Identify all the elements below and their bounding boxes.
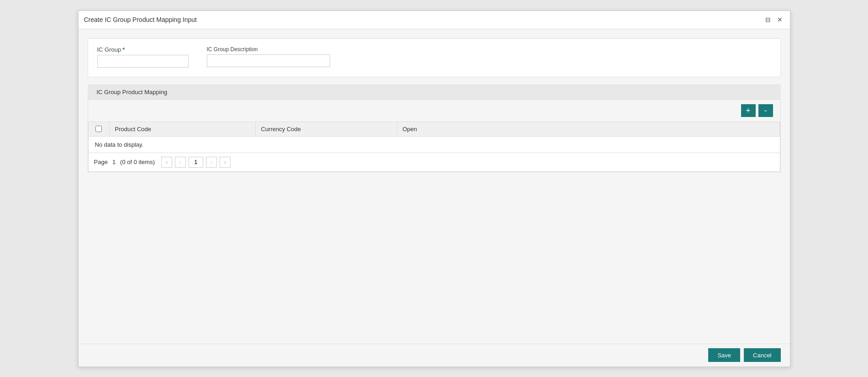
pagination-last-button[interactable]: » <box>220 157 231 168</box>
dialog-title: Create IC Group Product Mapping Input <box>84 16 197 23</box>
col-header-open: Open <box>397 122 780 136</box>
ic-group-label: IC Group * <box>97 46 189 53</box>
required-star: * <box>122 46 125 53</box>
form-row: IC Group * IC Group Description <box>97 46 771 68</box>
pagination-next-button[interactable]: › <box>206 157 217 168</box>
grid-container: Product Code Currency Code Open No data … <box>88 122 780 172</box>
pagination-page-label: Page <box>94 159 108 165</box>
form-section: IC Group * IC Group Description <box>88 38 781 77</box>
ic-group-desc-label: IC Group Description <box>207 46 330 53</box>
section-title: IC Group Product Mapping <box>97 89 168 96</box>
pagination-current-page-display: 1 <box>112 159 116 165</box>
mapping-section: + - Product Code Currency Code Open No d… <box>88 100 781 172</box>
col-header-product-code: Product Code <box>110 122 256 136</box>
ic-group-input[interactable] <box>97 55 189 68</box>
remove-row-button[interactable]: - <box>758 104 773 117</box>
mapping-toolbar: + - <box>88 100 780 122</box>
dialog-titlebar: Create IC Group Product Mapping Input ⊟ … <box>79 11 790 29</box>
header-checkbox-cell <box>89 122 110 136</box>
pagination-bar: Page 1 (0 of 0 items) « ‹ › » <box>89 153 780 171</box>
cancel-button[interactable]: Cancel <box>744 348 780 362</box>
pagination-items-info: (0 of 0 items) <box>120 159 155 165</box>
close-button[interactable]: ✕ <box>775 16 784 24</box>
select-all-checkbox[interactable] <box>95 126 102 132</box>
titlebar-controls: ⊟ ✕ <box>763 16 784 24</box>
save-button[interactable]: Save <box>708 348 740 362</box>
dialog-footer: Save Cancel <box>79 344 790 366</box>
minimize-button[interactable]: ⊟ <box>763 16 773 24</box>
pagination-prev-button[interactable]: ‹ <box>175 157 186 168</box>
grid-header: Product Code Currency Code Open <box>89 122 780 137</box>
ic-group-desc-field: IC Group Description <box>207 46 330 67</box>
col-header-currency-code: Currency Code <box>256 122 397 136</box>
add-row-button[interactable]: + <box>741 104 756 117</box>
dialog-body: IC Group * IC Group Description IC Group… <box>79 29 790 344</box>
ic-group-desc-input[interactable] <box>207 54 330 67</box>
grid-empty-message: No data to display. <box>89 137 780 153</box>
pagination-first-button[interactable]: « <box>161 157 172 168</box>
ic-group-field: IC Group * <box>97 46 189 68</box>
dialog: Create IC Group Product Mapping Input ⊟ … <box>78 11 790 367</box>
pagination-page-input[interactable] <box>189 157 203 168</box>
section-divider: IC Group Product Mapping <box>88 85 781 100</box>
